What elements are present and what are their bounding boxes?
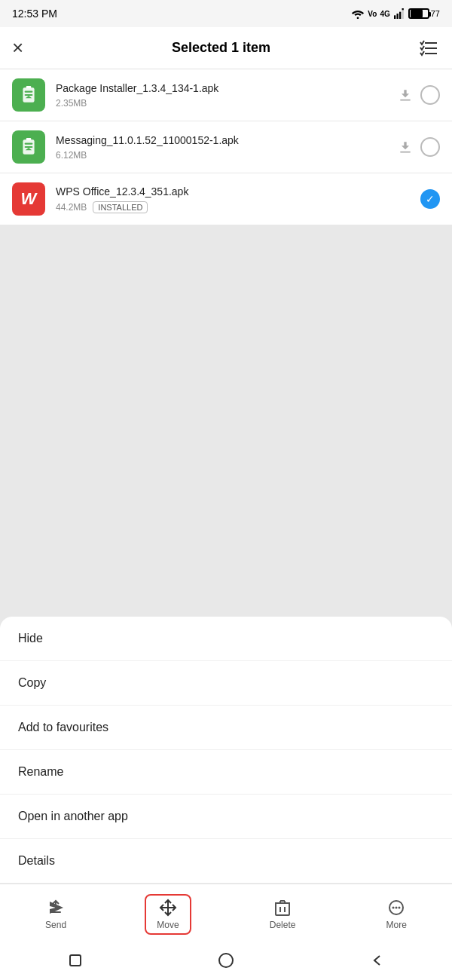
battery-icon: 77 (408, 8, 440, 19)
menu-item-hide[interactable]: Hide (0, 617, 452, 661)
status-time: 12:53 PM (12, 8, 57, 20)
svg-rect-18 (400, 152, 410, 153)
move-button[interactable]: Move (145, 894, 191, 935)
select-circle-2[interactable] (420, 137, 440, 157)
file-info-wps: WPS Office_12.3.4_351.apk 44.2MB INSTALL… (56, 185, 410, 213)
send-icon (47, 899, 65, 917)
svg-point-33 (399, 906, 401, 908)
nav-bar (0, 944, 452, 980)
move-label: Move (157, 920, 179, 930)
svg-point-31 (392, 906, 395, 908)
file-item-wps[interactable]: W WPS Office_12.3.4_351.apk 44.2MB INSTA… (0, 173, 452, 225)
file-actions (398, 85, 440, 105)
delete-label: Delete (270, 920, 296, 930)
menu-item-copy[interactable]: Copy (0, 661, 452, 706)
move-icon (159, 899, 177, 917)
delete-icon (274, 899, 291, 917)
more-button[interactable]: More (374, 894, 419, 935)
wifi-icon (351, 8, 365, 19)
svg-point-0 (357, 17, 359, 20)
bottom-toolbar: Send Move Del (0, 884, 452, 944)
svg-rect-2 (396, 14, 398, 19)
file-info: Package Installer_1.3.4_134-1.apk 2.35MB (56, 81, 387, 109)
file-size: 6.12MB (56, 150, 87, 161)
nav-square-button[interactable] (68, 953, 83, 971)
more-icon (387, 899, 405, 917)
svg-rect-13 (400, 100, 410, 101)
status-bar: 12:53 PM Vo 4G 77 (0, 0, 452, 27)
file-item[interactable]: Package Installer_1.3.4_134-1.apk 2.35MB (0, 69, 452, 121)
svg-rect-10 (25, 91, 33, 93)
installed-badge: INSTALLED (93, 201, 148, 213)
svg-rect-12 (26, 86, 32, 88)
apk-icon (19, 85, 38, 105)
bottom-sheet: Hide Copy Add to favourites Rename Open … (0, 617, 452, 980)
file-name: Messaging_11.0.1.52_11000152-1.apk (56, 133, 387, 149)
status-icons: Vo 4G 77 (351, 8, 440, 19)
send-label: Send (45, 920, 66, 930)
download-icon-2 (398, 139, 413, 155)
file-name: Package Installer_1.3.4_134-1.apk (56, 81, 387, 96)
file-info: Messaging_11.0.1.52_11000152-1.apk 6.12M… (56, 133, 387, 161)
more-label: More (386, 920, 407, 930)
menu-item-rename[interactable]: Rename (0, 750, 452, 795)
page-title: Selected 1 item (172, 40, 270, 56)
file-list: Package Installer_1.3.4_134-1.apk 2.35MB (0, 69, 452, 225)
file-meta-wps: 44.2MB INSTALLED (56, 201, 410, 213)
svg-rect-3 (399, 12, 401, 19)
svg-rect-17 (26, 138, 32, 140)
svg-rect-23 (276, 903, 289, 915)
close-button[interactable]: × (12, 36, 23, 60)
file-actions (398, 137, 440, 157)
send-button[interactable]: Send (33, 894, 78, 935)
menu-item-open-another-app[interactable]: Open in another app (0, 795, 452, 839)
file-icon-messaging (12, 130, 45, 164)
file-size-wps: 44.2MB (56, 202, 87, 213)
menu-item-add-favourites[interactable]: Add to favourites (0, 706, 452, 750)
signal-icon (393, 8, 405, 19)
file-meta: 6.12MB (56, 150, 387, 161)
svg-rect-20 (50, 911, 61, 913)
checklist-icon[interactable] (419, 40, 440, 57)
select-circle-wps[interactable] (420, 189, 440, 209)
svg-rect-1 (394, 15, 396, 19)
file-icon-wps: W (12, 182, 45, 216)
svg-rect-34 (70, 955, 81, 966)
wps-logo: W (21, 189, 37, 209)
svg-rect-4 (402, 10, 403, 19)
svg-rect-16 (25, 146, 33, 148)
svg-rect-15 (25, 143, 33, 145)
delete-button[interactable]: Delete (258, 894, 308, 935)
nav-square-icon (68, 953, 83, 968)
download-icon (398, 87, 413, 103)
nav-circle-icon (218, 952, 234, 969)
file-meta: 2.35MB (56, 98, 387, 109)
top-bar: × Selected 1 item (0, 27, 452, 69)
svg-rect-11 (25, 94, 33, 96)
apk-icon-2 (19, 137, 38, 157)
battery-level: 77 (431, 9, 440, 18)
select-circle[interactable] (420, 85, 440, 105)
volte-icon: Vo (368, 10, 377, 18)
nav-back-icon (369, 953, 384, 968)
file-icon-package (12, 78, 45, 112)
4g-icon: 4G (380, 10, 389, 18)
nav-home-button[interactable] (218, 952, 234, 972)
svg-rect-5 (402, 8, 403, 10)
nav-back-button[interactable] (369, 953, 384, 971)
menu-item-details[interactable]: Details (0, 839, 452, 884)
svg-point-35 (219, 954, 233, 967)
file-name-wps: WPS Office_12.3.4_351.apk (56, 185, 410, 200)
file-item[interactable]: Messaging_11.0.1.52_11000152-1.apk 6.12M… (0, 121, 452, 173)
file-actions-wps (420, 189, 440, 209)
svg-point-32 (396, 906, 398, 908)
file-size: 2.35MB (56, 98, 87, 109)
background-spacer (0, 225, 452, 376)
